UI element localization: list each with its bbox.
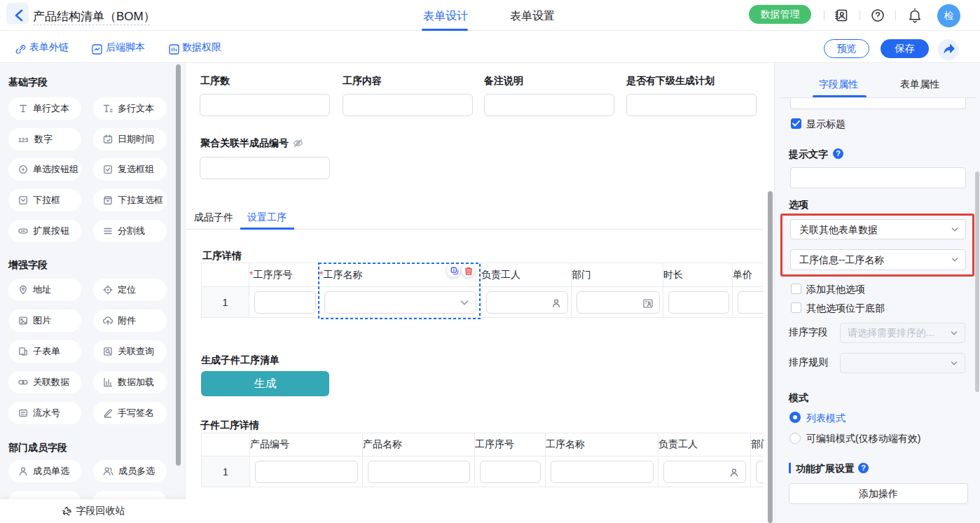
svg-text:123: 123 [18, 137, 28, 144]
